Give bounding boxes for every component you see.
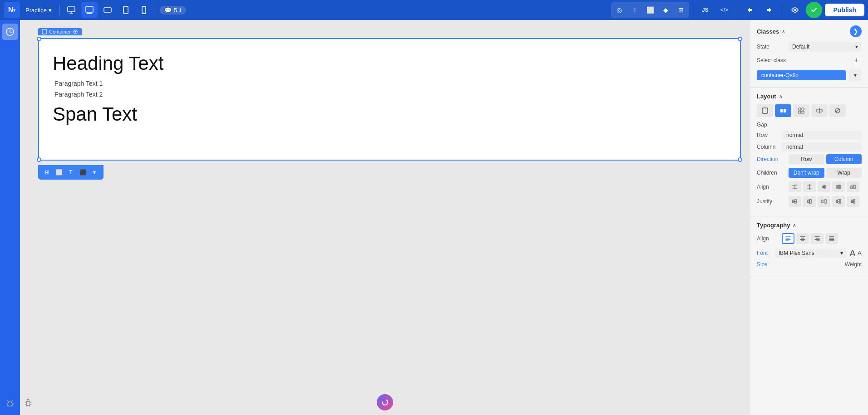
typo-align-right-btn[interactable]	[811, 233, 824, 244]
align-btn-3[interactable]	[818, 181, 830, 192]
device-mobile-icon[interactable]	[136, 2, 152, 18]
arrow-tool-btn[interactable]: ◆	[658, 3, 673, 17]
history-forward-btn[interactable]	[761, 2, 777, 18]
publish-button[interactable]: Publish	[825, 4, 864, 16]
class-chip[interactable]: container-Qs8o	[757, 70, 846, 80]
grid-tool-btn[interactable]: ⊞	[674, 3, 688, 17]
sidebar-menu-btn[interactable]	[2, 24, 18, 40]
align-btn-4[interactable]	[832, 181, 845, 192]
direction-column-btn[interactable]: Column	[826, 154, 862, 164]
save-status-icon[interactable]	[806, 2, 822, 18]
gap-label: Gap	[757, 122, 782, 128]
justify-btn-5[interactable]	[847, 196, 859, 207]
classes-expand-btn[interactable]: ❯	[850, 25, 862, 37]
device-desktop-icon[interactable]	[63, 2, 79, 18]
classes-section-header: Classes ∧ ❯	[757, 25, 862, 37]
logo-button[interactable]: N ▾	[4, 2, 20, 18]
state-select[interactable]: Default ▾	[789, 42, 862, 52]
font-size-decrease-btn[interactable]: A	[858, 249, 862, 258]
device-monitor-icon[interactable]	[81, 2, 98, 18]
state-row: State Default ▾	[757, 42, 862, 52]
debug-icon[interactable]	[2, 395, 18, 411]
preview-btn[interactable]	[787, 2, 803, 18]
toolbar-text-btn[interactable]: T	[65, 167, 76, 178]
select-class-label: Select class	[757, 57, 849, 63]
font-value-select[interactable]: IBM Plex Sans ▾	[775, 249, 847, 258]
svg-rect-40	[851, 200, 853, 203]
comment-icon: 💬	[164, 7, 172, 14]
column-gap-value[interactable]: normal	[782, 142, 862, 151]
device-tablet-landscape-icon[interactable]	[99, 2, 116, 18]
toolbar-grid-btn[interactable]: ⊞	[42, 167, 53, 178]
resize-handle-br[interactable]	[738, 157, 742, 162]
wrap-buttons: Don't wrap Wrap	[789, 168, 862, 178]
weight-label: Weight	[775, 261, 862, 268]
toolbar-box-btn[interactable]: ⬜	[54, 167, 64, 178]
justify-btn-1[interactable]	[789, 196, 801, 207]
bottom-debug-icon[interactable]	[24, 398, 33, 410]
paragraph-text-1[interactable]: Paragraph Text 1	[53, 80, 726, 87]
heading-text[interactable]: Heading Text	[53, 53, 726, 74]
sidebar-bottom	[2, 395, 18, 415]
align-btn-5[interactable]	[847, 181, 859, 192]
toolbar-more-btn[interactable]: ▾	[89, 167, 100, 178]
dontwrap-btn[interactable]: Don't wrap	[789, 168, 824, 178]
history-back-btn[interactable]	[742, 2, 758, 18]
canvas-area[interactable]: Container Heading Text Paragraph Text 1 …	[20, 20, 750, 415]
svg-rect-0	[68, 7, 75, 12]
typography-collapse-icon[interactable]: ∧	[793, 223, 796, 228]
layout-section: Layout ∧	[750, 88, 868, 216]
children-row: Children Don't wrap Wrap	[757, 168, 862, 178]
logo-dropdown-icon: ▾	[13, 8, 15, 13]
js-button[interactable]: JS	[697, 2, 713, 18]
direction-row: Direction Row Column	[757, 154, 862, 164]
project-name-dropdown[interactable]: Practice ▾	[22, 5, 55, 15]
code-button[interactable]: </>	[716, 2, 732, 18]
target-tool-btn[interactable]: ◎	[612, 3, 626, 17]
typo-align-label: Align	[757, 235, 782, 242]
typo-align-row: Align	[757, 233, 862, 244]
layout-inline-btn[interactable]	[811, 104, 828, 117]
svg-rect-1	[86, 6, 93, 12]
typo-align-left-btn[interactable]	[782, 233, 794, 244]
toolbar-section-btn[interactable]: ⬛	[77, 167, 88, 178]
resize-handle-tr[interactable]	[738, 37, 742, 41]
text-tool-btn[interactable]: T	[627, 3, 642, 17]
comments-badge[interactable]: 💬 5 ℹ	[160, 6, 186, 15]
direction-row-btn[interactable]: Row	[789, 154, 824, 164]
device-tablet-portrait-icon[interactable]	[118, 2, 134, 18]
canvas-status-icon[interactable]	[377, 394, 393, 410]
font-size-increase-btn[interactable]: A	[849, 249, 855, 258]
box-tool-btn[interactable]: ⬜	[643, 3, 657, 17]
column-gap-label: Column	[757, 144, 782, 150]
svg-rect-58	[26, 401, 30, 405]
typo-align-center-btn[interactable]	[796, 233, 809, 244]
classes-section: Classes ∧ ❯ State Default ▾ Select class…	[750, 20, 868, 88]
font-size-controls: A A	[849, 249, 862, 258]
justify-btn-2[interactable]	[803, 196, 816, 207]
layout-grid-btn[interactable]	[793, 104, 809, 117]
typography-section-header: Typography ∧	[757, 222, 862, 229]
row-gap-value[interactable]: normal	[782, 131, 862, 140]
add-class-btn[interactable]: +	[852, 55, 862, 65]
align-btn-1[interactable]	[789, 181, 801, 192]
justify-btn-3[interactable]	[818, 196, 830, 207]
justify-btn-4[interactable]	[832, 196, 845, 207]
classes-collapse-icon[interactable]: ∧	[782, 29, 785, 34]
layout-collapse-icon[interactable]: ∧	[779, 94, 782, 99]
svg-rect-3	[123, 6, 128, 14]
element-toolbar: ⊞ ⬜ T ⬛ ▾	[38, 165, 104, 180]
layout-flex-btn[interactable]	[775, 104, 791, 117]
paragraph-text-2[interactable]: Paragraph Text 2	[53, 91, 726, 98]
class-chip-dropdown-btn[interactable]: ▾	[849, 69, 862, 82]
layout-block-btn[interactable]	[757, 104, 773, 117]
container-element[interactable]: Container Heading Text Paragraph Text 1 …	[38, 38, 741, 161]
span-text[interactable]: Span Text	[53, 103, 726, 125]
wrap-btn[interactable]: Wrap	[826, 168, 862, 178]
resize-handle-tl[interactable]	[37, 37, 41, 41]
typo-align-justify-btn[interactable]	[825, 233, 838, 244]
resize-handle-bl[interactable]	[37, 157, 41, 162]
align-btn-2[interactable]	[803, 181, 816, 192]
layout-none-btn[interactable]	[829, 104, 846, 117]
tool-group: ◎ T ⬜ ◆ ⊞	[611, 2, 689, 18]
